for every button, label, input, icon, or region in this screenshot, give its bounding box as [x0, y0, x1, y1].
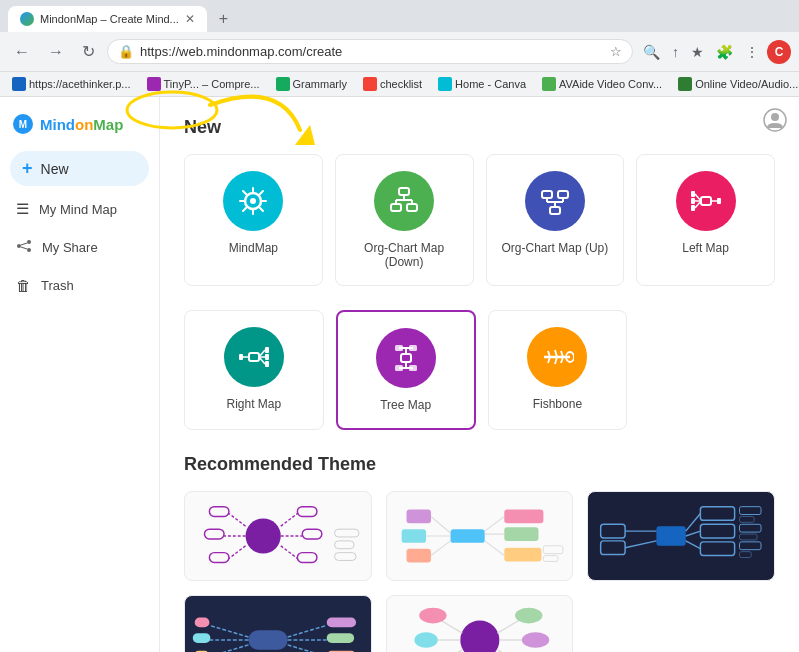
bookmark-item[interactable]: AVAide Video Conv...: [538, 75, 666, 93]
bookmark-item[interactable]: Online Video/Audio...: [674, 75, 799, 93]
svg-line-28: [695, 201, 701, 208]
logo: M MindonMap: [0, 105, 159, 147]
orgup-icon-circle: [525, 171, 585, 231]
svg-line-115: [209, 645, 248, 652]
bookmark-favicon: [678, 77, 692, 91]
sidebar-item-trash[interactable]: 🗑 Trash: [0, 267, 159, 304]
url-bar[interactable]: 🔒 https://web.mindonmap.com/create ☆: [107, 39, 633, 64]
settings-icon-btn[interactable]: ⋮: [741, 40, 763, 64]
svg-rect-17: [407, 204, 417, 211]
svg-rect-90: [406, 549, 430, 563]
svg-rect-72: [302, 529, 322, 539]
svg-line-121: [288, 645, 327, 652]
svg-point-129: [414, 632, 437, 648]
svg-line-111: [209, 625, 248, 637]
maps-grid-row1: MindMap Org-Chart Map (Down): [184, 154, 775, 286]
sidebar-item-mymindmap[interactable]: ☰ My Mind Map: [0, 190, 159, 228]
back-button[interactable]: ←: [8, 39, 36, 65]
svg-line-126: [440, 620, 462, 633]
map-card-fishbone[interactable]: Fishbone: [488, 310, 628, 430]
svg-rect-70: [297, 507, 317, 517]
tab-close-btn[interactable]: ✕: [185, 12, 195, 26]
svg-rect-18: [550, 207, 560, 214]
bookmark-favicon: [276, 77, 290, 91]
svg-rect-77: [335, 553, 357, 561]
tab-bar: MindonMap – Create Mind... ✕ +: [0, 0, 799, 32]
theme-card-2[interactable]: [386, 491, 574, 581]
svg-rect-24: [558, 191, 568, 198]
bookmark-item[interactable]: Grammarly: [272, 75, 351, 93]
theme-card-5[interactable]: [386, 595, 574, 652]
bookmark-item[interactable]: https://acethinker.p...: [8, 75, 135, 93]
recommended-section-title: Recommended Theme: [184, 454, 775, 475]
refresh-button[interactable]: ↻: [76, 38, 101, 65]
browser-profile-avatar[interactable]: C: [767, 40, 791, 64]
map-card-leftmap[interactable]: Left Map: [636, 154, 775, 286]
svg-rect-95: [701, 524, 735, 538]
theme-preview-4: [185, 596, 371, 652]
svg-line-69: [281, 514, 298, 527]
extension-icon-btn[interactable]: 🧩: [712, 40, 737, 64]
logo-icon: M: [12, 113, 34, 135]
svg-line-83: [484, 541, 504, 556]
new-button[interactable]: + New: [10, 151, 149, 186]
search-icon-btn[interactable]: 🔍: [639, 40, 664, 64]
map-card-rightmap[interactable]: Right Map: [184, 310, 324, 430]
svg-rect-94: [701, 507, 735, 521]
bookmark-item[interactable]: TinyP... – Compre...: [143, 75, 264, 93]
svg-line-73: [281, 546, 298, 559]
map-card-treemap[interactable]: Tree Map: [336, 310, 476, 430]
forward-button[interactable]: →: [42, 39, 70, 65]
svg-rect-29: [691, 191, 695, 197]
svg-line-37: [259, 357, 265, 364]
bookmark-icon-btn[interactable]: ★: [687, 40, 708, 64]
theme-preview-1: [185, 492, 371, 580]
svg-rect-33: [717, 198, 721, 204]
svg-line-132: [497, 620, 519, 633]
svg-rect-11: [399, 188, 409, 195]
theme-preview-2: [387, 492, 573, 580]
svg-rect-112: [195, 618, 210, 628]
svg-rect-30: [691, 198, 695, 204]
map-card-orgdown[interactable]: Org-Chart Map (Down): [335, 154, 474, 286]
maps-grid-row2: Right Map: [184, 310, 627, 430]
orgdown-label: Org-Chart Map (Down): [344, 241, 465, 269]
leftmap-label: Left Map: [682, 241, 729, 255]
orgdown-icon-circle: [374, 171, 434, 231]
sidebar-myshare-label: My Share: [42, 240, 98, 255]
trash-icon: 🗑: [16, 277, 31, 294]
map-card-orgup[interactable]: Org-Chart Map (Up): [486, 154, 625, 286]
svg-line-26: [695, 194, 701, 201]
theme-card-3[interactable]: [587, 491, 775, 581]
svg-rect-42: [239, 354, 243, 360]
new-tab-button[interactable]: +: [211, 6, 236, 32]
svg-rect-101: [740, 524, 762, 532]
new-section-title: New: [184, 117, 775, 138]
user-profile-icon[interactable]: [763, 108, 787, 135]
svg-line-35: [259, 350, 265, 357]
svg-point-125: [460, 620, 499, 652]
fishbone-label: Fishbone: [533, 397, 582, 411]
svg-rect-96: [701, 542, 735, 556]
svg-rect-104: [740, 534, 758, 540]
bookmark-item[interactable]: Home - Canva: [434, 75, 530, 93]
svg-rect-106: [601, 524, 625, 538]
svg-point-4: [27, 248, 31, 252]
svg-rect-86: [406, 510, 430, 524]
bookmark-item[interactable]: checklist: [359, 75, 426, 93]
bookmarks-bar: https://acethinker.p... TinyP... – Compr…: [0, 71, 799, 96]
star-icon[interactable]: ☆: [610, 44, 622, 59]
svg-rect-68: [209, 553, 229, 563]
theme-card-4[interactable]: [184, 595, 372, 652]
svg-rect-34: [249, 353, 259, 361]
svg-rect-23: [542, 191, 552, 198]
svg-rect-118: [327, 618, 356, 628]
map-card-mindmap[interactable]: MindMap: [184, 154, 323, 286]
browser-tab[interactable]: MindonMap – Create Mind... ✕: [8, 6, 207, 32]
sidebar-item-myshare[interactable]: My Share: [0, 228, 159, 267]
app-container: M MindonMap + New ☰ My Mind Map: [0, 97, 799, 652]
svg-rect-105: [740, 552, 752, 558]
share-icon-btn[interactable]: ↑: [668, 40, 683, 64]
svg-rect-66: [204, 529, 224, 539]
theme-card-1[interactable]: [184, 491, 372, 581]
